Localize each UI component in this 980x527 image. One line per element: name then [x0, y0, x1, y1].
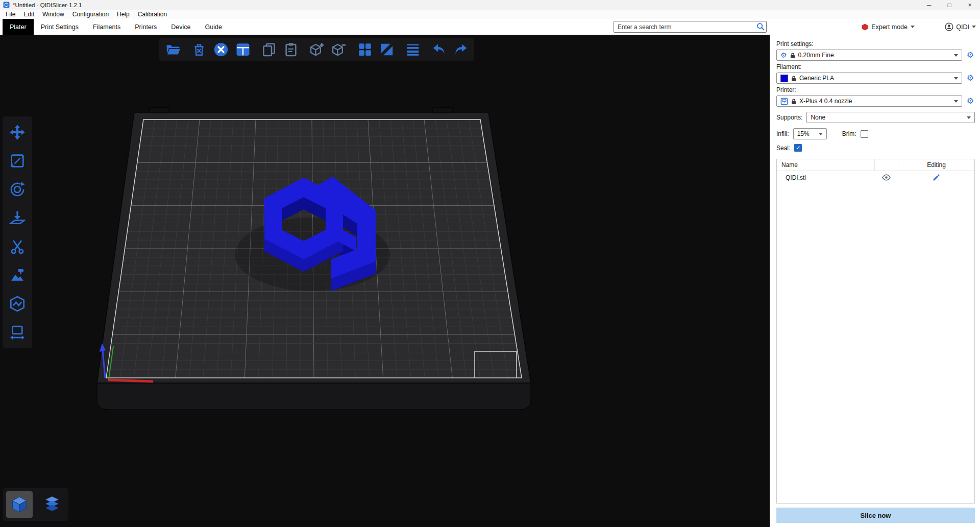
delete-all-icon: [213, 42, 229, 57]
print-settings-label: Print settings:: [776, 40, 975, 47]
seam-painting-icon: [9, 296, 26, 312]
print-settings-gear-button[interactable]: ⚙: [966, 51, 975, 59]
menu-item-file[interactable]: File: [2, 10, 19, 19]
editor-view-icon: [10, 495, 29, 514]
account-dropdown[interactable]: QIDI: [945, 19, 976, 35]
maximize-button[interactable]: □: [939, 0, 960, 10]
supports-select[interactable]: None: [806, 112, 975, 123]
copy-button[interactable]: [258, 39, 280, 61]
cut-button[interactable]: [6, 235, 29, 258]
search-input[interactable]: [614, 21, 767, 33]
printer-value: X-Plus 4 0.4 nozzle: [799, 98, 951, 105]
view-mode-toggles: [3, 488, 68, 521]
filament-color-swatch: [780, 75, 788, 82]
open-folder-icon: [165, 42, 181, 57]
print-settings-value: 0.20mm Fine: [798, 52, 951, 59]
split-parts-button[interactable]: [376, 39, 398, 61]
preview-view-button[interactable]: [39, 491, 65, 518]
print-settings-select[interactable]: ⚙ 0.20mm Fine: [776, 50, 962, 61]
tab-plater[interactable]: Plater: [3, 19, 34, 35]
menu-item-configuration[interactable]: Configuration: [68, 10, 113, 19]
lock-icon: [790, 52, 795, 59]
object-list-header: Name Editing: [777, 159, 974, 171]
brim-checkbox[interactable]: [861, 130, 868, 138]
slice-now-button[interactable]: Slice now: [776, 508, 975, 523]
3d-viewport[interactable]: [0, 35, 770, 527]
printer-gear-button[interactable]: ⚙: [966, 97, 975, 105]
filament-select[interactable]: Generic PLA: [776, 73, 962, 84]
menu-bar: File Edit Window Configuration Help Cali…: [0, 10, 980, 19]
remove-instance-icon: [331, 42, 347, 57]
tab-print-settings[interactable]: Print Settings: [34, 19, 86, 35]
editor-view-button[interactable]: [6, 491, 33, 518]
infill-select[interactable]: 15%: [793, 128, 827, 139]
move-icon: [9, 124, 26, 140]
minimize-button[interactable]: ─: [919, 0, 939, 10]
tab-printers[interactable]: Printers: [128, 19, 164, 35]
plater-toolbar: [159, 38, 474, 61]
tab-device[interactable]: Device: [164, 19, 198, 35]
expert-mode-icon: [862, 23, 868, 31]
object-list-row[interactable]: QIDI.stl: [777, 171, 974, 184]
visibility-toggle[interactable]: [874, 171, 898, 184]
lock-icon: [791, 75, 796, 82]
object-name: QIDI.stl: [777, 174, 874, 181]
split-parts-icon: [379, 42, 395, 57]
tab-filaments[interactable]: Filaments: [86, 19, 128, 35]
rotate-button[interactable]: [6, 178, 29, 201]
tab-bar: Plater Print Settings Filaments Printers…: [0, 19, 980, 35]
split-objects-button[interactable]: [354, 39, 376, 61]
chevron-down-icon: [954, 77, 958, 80]
delete-button[interactable]: [188, 39, 210, 61]
undo-button[interactable]: [428, 39, 450, 61]
copy-icon: [261, 42, 277, 57]
expert-mode-dropdown[interactable]: Expert mode: [862, 19, 915, 35]
variable-layer-height-button[interactable]: [402, 39, 424, 61]
brim-label: Brim:: [842, 130, 856, 137]
cut-icon: [9, 238, 26, 255]
paint-on-supports-icon: [9, 267, 26, 283]
tab-guide[interactable]: Guide: [198, 19, 229, 35]
add-instance-icon: [309, 42, 325, 57]
move-button[interactable]: [6, 121, 29, 143]
paste-button[interactable]: [280, 39, 302, 61]
window-title: *Untitled - QIDISlicer-1.2.1: [13, 2, 82, 8]
seal-label: Seal:: [776, 145, 790, 152]
filament-value: Generic PLA: [799, 75, 951, 82]
redo-button[interactable]: [450, 39, 472, 61]
gear-icon: ⚙: [780, 52, 787, 59]
scale-button[interactable]: [6, 150, 29, 172]
menu-item-help[interactable]: Help: [113, 10, 134, 19]
paint-on-supports-button[interactable]: [6, 264, 29, 286]
add-instance-button[interactable]: [306, 39, 328, 61]
arrange-button[interactable]: [232, 39, 254, 61]
account-label: QIDI: [956, 23, 969, 31]
filament-gear-button[interactable]: ⚙: [966, 74, 975, 82]
settings-sidebar: Print settings: ⚙ 0.20mm Fine ⚙ Filament…: [770, 35, 980, 527]
menu-item-edit[interactable]: Edit: [19, 10, 38, 19]
delete-icon: [191, 42, 207, 57]
search-icon: [756, 22, 765, 33]
printer-select[interactable]: X-Plus 4 0.4 nozzle: [776, 95, 962, 107]
menu-item-calibration[interactable]: Calibration: [134, 10, 171, 19]
delete-all-button[interactable]: [210, 39, 232, 61]
seal-checkbox[interactable]: ✓: [794, 144, 802, 152]
close-button[interactable]: ×: [960, 0, 980, 10]
gizmo-toolbar: [3, 116, 32, 348]
edit-object-icon: [933, 174, 940, 181]
rotate-icon: [9, 181, 26, 198]
split-objects-icon: [357, 42, 373, 57]
seam-painting-button[interactable]: [6, 293, 29, 315]
undo-icon: [431, 42, 447, 57]
edit-object-button[interactable]: [898, 171, 974, 184]
chevron-down-icon: [954, 54, 958, 57]
remove-instance-button[interactable]: [328, 39, 350, 61]
open-file-button[interactable]: [162, 39, 184, 61]
place-on-face-button[interactable]: [6, 207, 29, 229]
supports-value: None: [811, 114, 964, 121]
menu-item-window[interactable]: Window: [38, 10, 68, 19]
mirror-button[interactable]: [6, 321, 29, 344]
3d-scene[interactable]: [0, 35, 770, 527]
chevron-down-icon: [819, 133, 823, 135]
chevron-down-icon: [911, 26, 915, 28]
